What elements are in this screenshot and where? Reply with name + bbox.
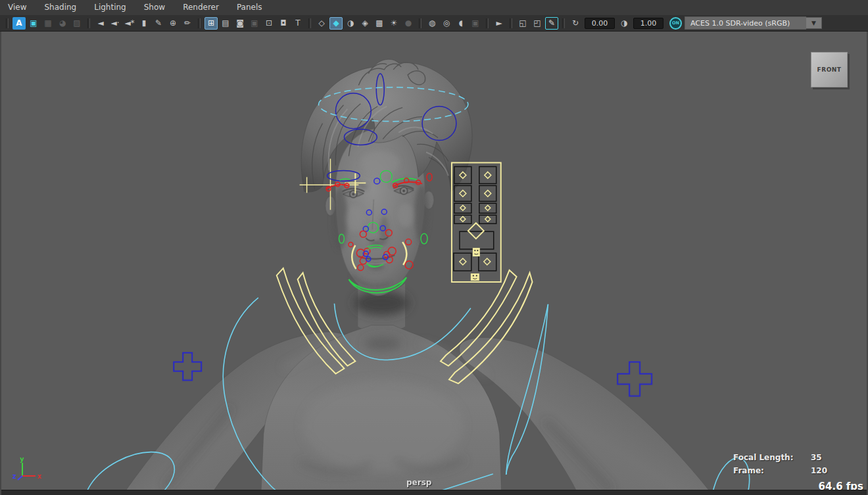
select-camera-icon[interactable]: ◄ [94, 17, 107, 30]
wireframe-on-shaded-icon[interactable]: ◑ [344, 17, 357, 30]
gamma-field[interactable] [633, 18, 663, 29]
exposure-icon[interactable]: ↻ [569, 17, 582, 30]
toolbar-separator [510, 18, 512, 28]
toolbar-separator [486, 18, 489, 28]
grayed-icon-2[interactable]: ◕ [56, 17, 69, 30]
y-axis-label: y [20, 455, 24, 463]
selection-highlight-icon[interactable]: ▣ [27, 17, 40, 30]
hud-frame-value: 120 [811, 465, 863, 479]
motion-blur-icon[interactable]: ◎ [440, 17, 453, 30]
hud: Focal Length: 35 Frame: 120 64.6 fps [733, 452, 863, 492]
gate-mask-icon[interactable]: ▣ [248, 17, 261, 30]
menu-panels[interactable]: Panels [237, 0, 262, 15]
toolbar-separator [308, 18, 311, 28]
ssao-icon[interactable]: ◍ [425, 17, 439, 30]
menu-bar: ViewShadingLightingShowRendererPanels [0, 0, 868, 15]
z-axis-label: z [12, 472, 16, 481]
safe-title-icon[interactable]: T [291, 17, 304, 30]
menu-lighting[interactable]: Lighting [94, 0, 126, 15]
body-plus-control-left[interactable] [174, 353, 201, 381]
scene-canvas[interactable] [1, 32, 867, 495]
isolate-select-icon[interactable]: ► [493, 17, 506, 30]
camera-label: persp [406, 478, 431, 487]
resolution-gate-icon[interactable]: ◙ [233, 17, 247, 30]
scene-render-icon-1[interactable]: ◱ [516, 17, 529, 30]
scene-a-icon[interactable]: A [12, 17, 26, 30]
image-plane-front[interactable]: FRONT [811, 52, 848, 87]
toolbar-separator [562, 18, 565, 28]
exposure-field[interactable] [585, 18, 615, 29]
textured-icon[interactable]: ◈ [358, 17, 372, 30]
toolbar-separator [87, 18, 90, 28]
toolbar-icons: A▣▦◕▨◄◄·◄*▮✎⊕✏⊞▤◙▣⊡◘T◇◆◑◈▩☀●◍◎◖▣►◱◰✎ [3, 17, 568, 30]
maya-viewport-window: { "menu_bar": { "items": ["View", "Shadi… [0, 0, 868, 495]
z-axis-line [18, 476, 22, 480]
color-management-toggle[interactable]: ON [669, 17, 682, 30]
shaded-cube-icon[interactable]: ◆ [329, 17, 343, 30]
grayed-icon-3[interactable]: ▨ [70, 17, 84, 30]
depth-peeling-icon[interactable]: ▣ [469, 17, 482, 30]
viewport-bottom-border [1, 490, 867, 495]
view-transform-select[interactable]: ACES 1.0 SDR-video (sRGB) [685, 16, 806, 30]
anti-aliasing-icon[interactable]: ◖ [454, 17, 468, 30]
hardware-renderer-icon[interactable]: ✎ [545, 17, 558, 30]
toolbar-separator [198, 18, 201, 28]
x-axis-label: x [37, 472, 42, 481]
safe-action-icon[interactable]: ◘ [277, 17, 290, 30]
lighting-icon[interactable]: ☀ [387, 17, 400, 30]
menu-renderer[interactable]: Renderer [183, 0, 219, 15]
camera-attributes-icon[interactable]: ◄* [123, 17, 136, 30]
toolbar-separator [419, 18, 422, 28]
shadows-icon[interactable]: ● [402, 17, 415, 30]
film-gate-icon[interactable]: ▤ [219, 17, 232, 30]
scene-render-icon-2[interactable]: ◰ [531, 17, 544, 30]
field-chart-icon[interactable]: ⊡ [262, 17, 276, 30]
lock-camera-icon[interactable]: ◄· [108, 17, 122, 30]
character-model[interactable] [122, 59, 712, 495]
panel-toolbar: A▣▦◕▨◄◄·◄*▮✎⊕✏⊞▤◙▣⊡◘T◇◆◑◈▩☀●◍◎◖▣►◱◰✎ ↻ ◑… [0, 15, 868, 32]
grease-pencil-icon[interactable]: ✎ [152, 17, 165, 30]
grid-icon[interactable]: ⊞ [205, 17, 218, 30]
hud-focal-length-value: 35 [811, 452, 863, 465]
menu-shading[interactable]: Shading [44, 0, 76, 15]
axis-gizmo: y x z [7, 455, 49, 488]
hud-focal-length-label: Focal Length: [733, 452, 811, 465]
toolbar-separator [6, 18, 9, 28]
view-transform-dropdown-arrow[interactable]: ▼ [806, 17, 822, 29]
grayed-icon-1[interactable]: ▦ [41, 17, 55, 30]
annotate-icon[interactable]: ✏ [181, 17, 194, 30]
menu-view[interactable]: View [8, 0, 26, 15]
bookmark-icon[interactable]: ▮ [137, 17, 151, 30]
hud-frame-label: Frame: [733, 465, 811, 479]
use-default-material-icon[interactable]: ▩ [373, 17, 386, 30]
viewport-panel[interactable]: FRONT persp Focal Length: 35 Frame: 120 … [0, 32, 868, 495]
wireframe-cube-icon[interactable]: ◇ [315, 17, 328, 30]
body-plus-control-right[interactable] [617, 362, 652, 396]
menu-show[interactable]: Show [144, 0, 165, 15]
contrast-icon[interactable]: ◑ [617, 17, 631, 30]
pan-zoom-icon[interactable]: ⊕ [166, 17, 180, 30]
